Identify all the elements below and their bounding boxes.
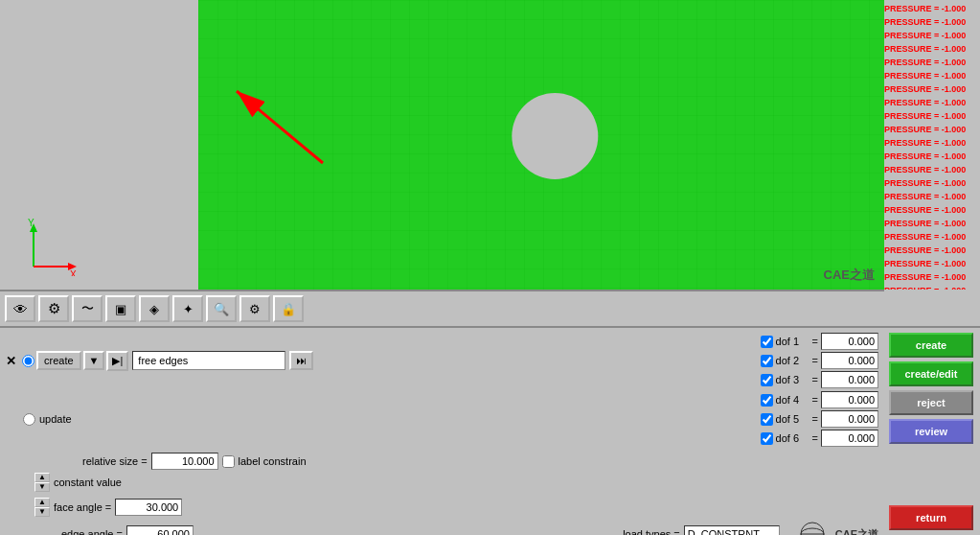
spin2-down[interactable]: ▼ [34,507,50,517]
pressure-label: PRESSURE = -1.000 [884,257,980,270]
dof2-checkbox[interactable] [761,355,773,367]
cae-logo-svg [794,521,831,535]
radio-update[interactable] [23,413,35,426]
spin-control: ▲ ▼ [34,473,50,492]
pressure-label: PRESSURE = -1.000 [884,82,980,96]
action-return-button[interactable]: return [889,505,973,530]
relative-size-input[interactable] [151,453,218,470]
dof6-label: dof 6 [776,432,809,444]
dof1-value[interactable] [821,333,878,350]
pressure-label: PRESSURE = -1.000 [884,69,980,82]
dof4-eq: = [812,394,818,406]
row-2: update dof 4 = dof 5 = [23,391,878,447]
step-button[interactable]: ⏭ [289,351,313,370]
action-reject-button[interactable]: reject [889,390,973,415]
dof5-value[interactable] [821,410,878,428]
main-container: PRESSURE = -1.000PRESSURE = -1.000PRESSU… [0,0,980,535]
load-types-label: load types = [623,528,680,535]
action-review-button[interactable]: review [889,419,973,444]
pressure-labels-panel: PRESSURE = -1.000PRESSURE = -1.000PRESSU… [884,0,980,290]
arrow-svg [217,77,332,173]
bottom-controls: ✕ create ▼ ▶| free edges ⏭ [0,328,884,535]
tool-lock-icon[interactable]: 🔒 [273,295,304,322]
tool-curve-icon[interactable]: 〜 [72,295,103,322]
tool-diamond-icon[interactable]: ◈ [139,295,170,322]
pressure-label: PRESSURE = -1.000 [884,190,980,203]
pressure-label: PRESSURE = -1.000 [884,217,980,230]
dof5-label: dof 5 [776,413,809,425]
tool-box-icon[interactable]: ▣ [105,295,136,322]
pressure-label: PRESSURE = -1.000 [884,230,980,244]
pressure-label: PRESSURE = -1.000 [884,270,980,284]
dof-row-5: dof 5 = [761,410,878,428]
pressure-label: PRESSURE = -1.000 [884,284,980,290]
pressure-label: PRESSURE = -1.000 [884,244,980,257]
dof-section-2: dof 4 = dof 5 = dof 6 = [761,391,878,447]
dof4-label: dof 4 [776,394,809,406]
3d-viewport[interactable] [198,0,884,290]
dof4-checkbox[interactable] [761,394,773,407]
pressure-label: PRESSURE = -1.000 [884,15,980,29]
dof3-checkbox[interactable] [761,374,773,386]
cae-logo [793,520,832,535]
dof3-label: dof 3 [776,374,809,385]
dof4-value[interactable] [821,391,878,408]
pressure-label: PRESSURE = -1.000 [884,109,980,123]
edge-angle-label: edge angle = [61,528,123,535]
load-types-input[interactable] [684,525,780,535]
pressure-label: PRESSURE = -1.000 [884,29,980,42]
dof-row-2: dof 2 = [761,352,878,369]
label-constraint-label: label constrain [239,455,307,467]
pressure-label: PRESSURE = -1.000 [884,203,980,217]
create-step[interactable]: ▶| [106,351,128,371]
bottom-panel: ✕ create ▼ ▶| free edges ⏭ [0,326,980,535]
pressure-label: PRESSURE = -1.000 [884,96,980,109]
dof1-label: dof 1 [776,336,809,347]
spin-down[interactable]: ▼ [34,482,50,492]
edge-angle-input[interactable] [126,525,194,535]
dof6-eq: = [812,432,818,444]
update-label: update [39,413,72,425]
pressure-label: PRESSURE = -1.000 [884,2,980,15]
radio-create[interactable] [22,355,34,367]
spin2-up[interactable]: ▲ [34,498,50,507]
dof6-checkbox[interactable] [761,432,773,445]
close-x-btn[interactable]: ✕ [6,354,16,368]
dof5-eq: = [812,413,818,425]
create-dropdown[interactable]: ▼ [83,351,105,370]
free-edges-input[interactable]: free edges [132,351,285,370]
row-3: relative size = label constrain [6,453,878,470]
dof1-checkbox[interactable] [761,336,773,348]
dof2-value[interactable] [821,352,878,369]
pressure-label: PRESSURE = -1.000 [884,42,980,56]
action-create-button[interactable]: create [889,333,973,358]
axis-svg: Y X [14,219,77,276]
red-arrow [217,77,332,174]
axis-indicator: Y X [14,219,77,278]
row-6: edge angle = load types = CAE之道 [6,520,878,535]
svg-text:X: X [70,269,77,276]
create-button[interactable]: create [36,351,81,370]
pressure-label: PRESSURE = -1.000 [884,176,980,190]
dof-row-6: dof 6 = [761,430,878,447]
spin-up[interactable]: ▲ [34,473,50,482]
label-constraint-checkbox[interactable] [222,455,235,468]
tool-eye-icon[interactable]: 👁 [5,295,35,322]
dof2-eq: = [812,355,818,366]
face-angle-input[interactable] [115,499,182,516]
tool-cog-icon[interactable]: ⚙ [239,295,270,322]
dof-row-4: dof 4 = [761,391,878,408]
tool-star-icon[interactable]: ✦ [172,295,203,322]
dof3-eq: = [812,374,818,385]
row-5: ▲ ▼ face angle = [6,498,878,517]
dof5-checkbox[interactable] [761,413,773,426]
dof-section: dof 1 = dof 2 = dof 3 = [761,333,878,388]
cae-text: CAE之道 [835,527,878,536]
tool-settings-icon[interactable]: ⚙ [38,295,69,322]
dof6-value[interactable] [821,430,878,447]
dof3-value[interactable] [821,371,878,388]
tool-search-icon[interactable]: 🔍 [206,295,237,322]
constant-value-label: constant value [54,477,122,488]
action-create-edit-button[interactable]: create/edit [889,361,973,386]
pressure-label: PRESSURE = -1.000 [884,56,980,69]
